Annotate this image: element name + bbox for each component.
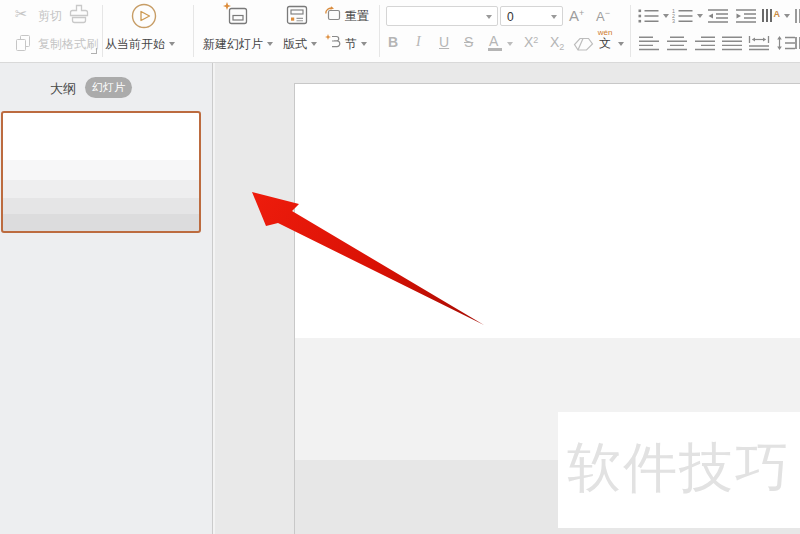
clipped-icon-fragment [795, 9, 797, 23]
decrease-indent-button[interactable] [707, 8, 729, 24]
grow-font-letter: A [569, 7, 579, 24]
reset-button[interactable]: 重置 [345, 9, 369, 23]
chevron-down-icon[interactable] [784, 14, 790, 18]
phonetic-char: 文 [594, 37, 616, 50]
svg-text:A: A [774, 9, 781, 19]
superscript-button[interactable]: X2 [524, 34, 538, 50]
ribbon-separator [379, 5, 380, 57]
section-icon [324, 33, 342, 51]
clipped-icon-fragment [795, 37, 797, 49]
new-slide-button[interactable]: 新建幻灯片 [203, 37, 273, 51]
font-color-bar [488, 48, 502, 51]
copy-button[interactable]: 复制 [38, 37, 62, 51]
subscript-button[interactable]: X2 [550, 34, 564, 52]
ribbon-separator [630, 5, 631, 57]
shrink-font-sign: − [605, 8, 610, 18]
grow-font-button[interactable]: A+ [569, 7, 584, 24]
ribbon-separator [193, 5, 194, 57]
superscript-base: X [524, 34, 533, 50]
watermark-text: 软件技巧 [567, 440, 791, 494]
text-direction-button[interactable]: A [761, 7, 781, 25]
cut-button[interactable]: 剪切 [38, 9, 62, 23]
font-size-value: 0 [507, 10, 514, 24]
chevron-down-icon[interactable] [486, 15, 492, 19]
layout-button[interactable]: 版式 [283, 37, 317, 51]
strikethrough-button[interactable]: S [464, 34, 473, 50]
phonetic-guide-button[interactable]: wén 文 [594, 29, 616, 50]
font-size-combobox[interactable]: 0 [500, 6, 563, 26]
scissors-icon: ✂ [15, 5, 28, 23]
layout-icon [285, 2, 309, 28]
superscript-exp: 2 [533, 35, 538, 45]
justify-button[interactable] [721, 35, 743, 51]
align-right-button[interactable] [694, 35, 716, 51]
subscript-base: X [550, 34, 559, 50]
reset-icon [324, 5, 342, 23]
ribbon-toolbar: ✂ 剪切 复制 格式刷 从当前开始 新建幻灯片 版式 重置 [0, 0, 800, 63]
underline-button[interactable]: U [439, 34, 449, 50]
shrink-font-button[interactable]: A− [596, 8, 610, 24]
copy-icon [15, 34, 33, 52]
clear-format-eraser-icon[interactable] [573, 37, 595, 52]
panel-divider[interactable] [212, 63, 213, 534]
clipboard-dialog-launcher-icon[interactable] [91, 48, 97, 54]
section-button[interactable]: 节 [345, 37, 367, 51]
grow-font-sign: + [579, 8, 584, 18]
line-spacing-button[interactable] [776, 35, 796, 51]
slide-thumbnail-selected[interactable] [1, 111, 201, 233]
watermark-box: 软件技巧 [558, 412, 800, 528]
bold-button[interactable]: B [388, 34, 398, 50]
new-slide-icon [222, 1, 250, 29]
tab-outline[interactable]: 大纲 [50, 80, 76, 98]
bullet-list-button[interactable] [638, 8, 660, 24]
start-from-current-button[interactable]: 从当前开始 [105, 37, 175, 51]
chevron-down-icon[interactable] [663, 14, 669, 18]
font-color-button[interactable]: A [489, 33, 498, 49]
play-icon [130, 2, 158, 30]
svg-text:3: 3 [672, 18, 675, 24]
numbered-list-button[interactable]: 1 2 3 [672, 8, 694, 24]
distribute-text-button[interactable] [748, 35, 770, 51]
tab-slides[interactable]: 幻灯片 [85, 77, 132, 98]
chevron-down-icon[interactable] [697, 14, 703, 18]
format-painter-icon [66, 3, 92, 29]
italic-button[interactable]: I [416, 34, 421, 50]
increase-indent-button[interactable] [735, 8, 757, 24]
align-left-button[interactable] [638, 35, 660, 51]
align-center-button[interactable] [666, 35, 688, 51]
ribbon-separator [102, 5, 103, 57]
chevron-down-icon[interactable] [507, 42, 513, 46]
chevron-down-icon[interactable] [551, 15, 557, 19]
chevron-down-icon[interactable] [618, 42, 624, 46]
subscript-idx: 2 [559, 42, 564, 52]
shrink-font-letter: A [596, 9, 605, 24]
font-name-combobox[interactable] [386, 6, 498, 26]
